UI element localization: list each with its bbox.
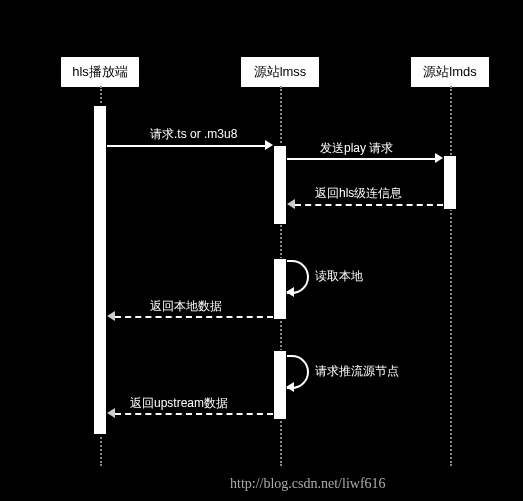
- arrowhead-m5: [107, 311, 115, 321]
- message-return-local-data: 返回本地数据: [150, 298, 222, 315]
- arrow-m7: [115, 413, 273, 415]
- activation-lmss-3: [273, 350, 287, 420]
- participant-label: hls播放端: [72, 64, 128, 79]
- arrow-m1: [107, 145, 267, 147]
- message-send-play: 发送play 请求: [320, 140, 393, 157]
- activation-lmds: [443, 155, 457, 210]
- participant-hls-player: hls播放端: [60, 56, 140, 88]
- activation-lmss-1: [273, 145, 287, 225]
- activation-hls: [93, 105, 107, 435]
- sequence-diagram: hls播放端 源站lmss 源站lmds 请求.ts or .m3u8 发送pl…: [0, 0, 523, 501]
- arrowhead-m7: [107, 408, 115, 418]
- arrowhead-m2: [435, 153, 443, 163]
- arrow-m2: [287, 158, 437, 160]
- message-request-upstream: 请求推流源节点: [315, 363, 399, 380]
- arrow-m5: [115, 316, 273, 318]
- participant-lmss: 源站lmss: [240, 56, 320, 88]
- participant-label: 源站lmss: [254, 64, 307, 79]
- message-return-upstream-data: 返回upstream数据: [130, 395, 228, 412]
- arrow-m3: [295, 204, 443, 206]
- arrowhead-m3: [287, 199, 295, 209]
- participant-label: 源站lmds: [423, 64, 476, 79]
- watermark-text: http://blog.csdn.net/liwf616: [230, 476, 386, 492]
- arrowhead-m1: [265, 140, 273, 150]
- message-return-hls-info: 返回hls级连信息: [315, 185, 402, 202]
- arrowhead-m4: [286, 287, 294, 297]
- arrowhead-m6: [286, 382, 294, 392]
- activation-lmss-2: [273, 258, 287, 320]
- message-read-local: 读取本地: [315, 268, 363, 285]
- message-request-ts-m3u8: 请求.ts or .m3u8: [150, 126, 237, 143]
- participant-lmds: 源站lmds: [410, 56, 490, 88]
- lifeline-lmds: [450, 86, 452, 466]
